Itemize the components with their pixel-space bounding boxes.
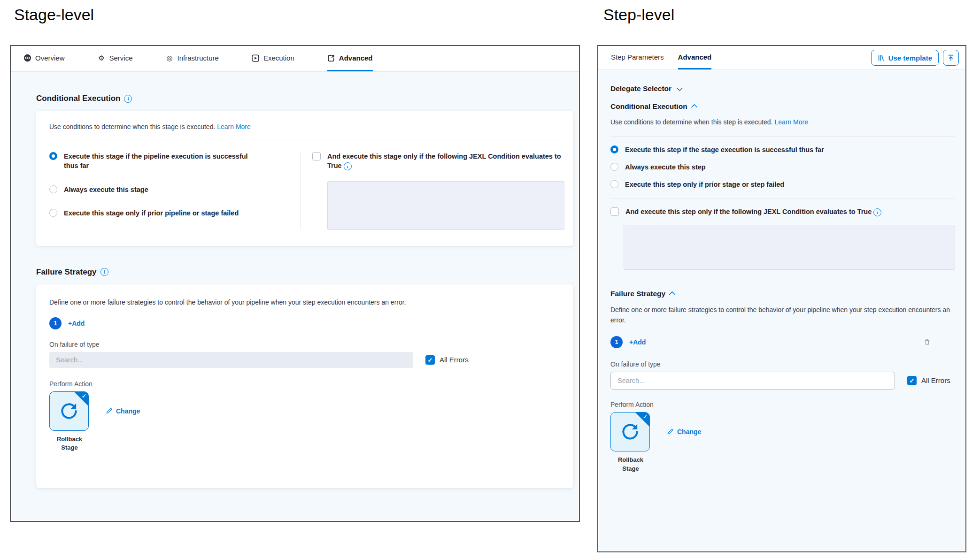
perform-action-row: Change [49,391,560,431]
tab-service[interactable]: ⚙ Service [98,46,133,71]
radio-execute-if-stage-successful[interactable]: Execute this step if the stage execution… [610,145,955,154]
stage-level-title: Stage-level [14,6,94,24]
checkbox-icon [610,207,619,216]
checkmark-icon [82,393,86,399]
conditional-execution-heading: Conditional Execution [36,94,120,103]
checked-checkbox-icon [907,376,917,385]
all-errors-label: All Errors [921,376,950,384]
add-strategy-button[interactable]: +Add [68,320,85,327]
failure-strategy-description: Define one or more failure strategies to… [49,298,560,306]
radio-label: Execute this step if the stage execution… [625,145,824,154]
tab-step-parameters[interactable]: Step Parameters [611,46,664,69]
radio-execute-if-failed[interactable]: Execute this stage only if prior pipelin… [49,208,301,218]
perform-action-label: Perform Action [610,401,955,408]
failure-type-search-input[interactable] [49,352,413,368]
pencil-icon [667,428,674,435]
stage-advanced-content: Conditional Execution Use conditions to … [12,72,578,520]
conditional-execution-card: Use conditions to determine when this st… [36,111,573,246]
tab-label: Overview [35,54,65,62]
failure-strategy-header: Failure Strategy [36,268,573,277]
checkbox-icon [312,152,321,161]
conditional-execution-header: Conditional Execution [36,94,573,103]
tab-overview[interactable]: Overview [23,46,65,71]
description-text: Use conditions to determine when this st… [49,123,215,130]
radio-label: Execute this stage only if prior pipelin… [64,208,239,218]
radio-label: Execute this step only if prior stage or… [625,180,784,189]
change-label: Change [677,428,701,436]
export-arrow-icon [327,54,335,62]
radio-label: Always execute this step [625,162,706,172]
checkmark-icon [643,413,648,420]
failure-strategy-heading: Failure Strategy [610,290,665,298]
radio-icon [610,145,618,153]
conditional-execution-options: Execute this stage if the pipeline execu… [36,140,573,246]
change-action-link[interactable]: Change [667,428,701,436]
radio-icon [610,163,618,171]
radio-execute-if-pipeline-successful[interactable]: Execute this stage if the pipeline execu… [49,152,301,171]
stage-tabbar: Overview ⚙ Service ◎ Infrastructure Exec… [11,46,579,72]
description-text: Use conditions to determine when this st… [610,118,773,126]
perform-action-label: Perform Action [49,380,560,388]
chevron-down-icon [676,85,683,92]
change-label: Change [116,407,140,415]
infrastructure-icon: ◎ [166,54,174,62]
info-icon[interactable] [873,208,881,216]
radio-icon [49,209,57,217]
radio-icon [49,152,57,160]
conditional-execution-heading: Conditional Execution [610,102,687,111]
info-icon[interactable] [100,268,108,276]
radio-execute-if-failed[interactable]: Execute this step only if prior stage or… [610,180,955,189]
tab-actions: Use template [871,46,959,69]
conditional-execution-section[interactable]: Conditional Execution [610,102,955,111]
tab-infrastructure[interactable]: ◎ Infrastructure [166,46,219,71]
conditional-execution-description: Use conditions to determine when this st… [610,117,955,128]
delegate-selector-section[interactable]: Delegate Selector [610,84,955,93]
conditional-execution-description: Use conditions to determine when this st… [36,111,573,140]
learn-more-link[interactable]: Learn More [774,118,808,126]
radio-always-execute[interactable]: Always execute this stage [49,185,301,194]
library-icon [878,54,885,61]
jexl-condition-label: And execute this stage only if the follo… [327,152,566,171]
rollback-stage-tile[interactable] [610,412,650,451]
jexl-condition-textarea[interactable] [624,225,955,270]
tab-execution[interactable]: Execution [252,46,294,71]
failure-strategy-section[interactable]: Failure Strategy [610,290,955,298]
use-template-button[interactable]: Use template [871,50,939,66]
tab-label: Service [109,54,133,62]
rollback-stage-tile[interactable] [49,391,89,431]
all-errors-checkbox-row[interactable]: All Errors [425,355,469,365]
step-tabbar: Step Parameters Advanced Use template [598,46,965,70]
overview-icon [23,54,31,62]
jexl-condition-textarea[interactable] [327,181,564,230]
failure-type-row: All Errors [610,372,955,390]
delete-strategy-button[interactable] [924,338,931,346]
change-action-link[interactable]: Change [106,407,140,415]
jexl-condition-checkbox-row[interactable]: And execute this stage only if the follo… [312,152,566,171]
radio-label: Execute this stage if the pipeline execu… [64,152,252,171]
tab-label: Advanced [339,54,373,62]
tab-advanced[interactable]: Advanced [678,46,712,69]
tab-advanced[interactable]: Advanced [327,46,373,71]
radio-always-execute[interactable]: Always execute this step [610,162,955,172]
on-failure-of-type-label: On failure of type [610,360,955,368]
jexl-condition-checkbox-row[interactable]: And execute this step only if the follow… [610,207,955,216]
pencil-icon [106,407,113,414]
radio-group: Execute this step if the stage execution… [610,145,955,190]
jexl-section: And execute this stage only if the follo… [301,152,566,230]
info-icon[interactable] [124,95,132,103]
step-level-title: Step-level [603,6,674,24]
learn-more-link[interactable]: Learn More [217,123,251,130]
strategy-1-badge[interactable]: 1 [610,336,623,348]
add-strategy-button[interactable]: +Add [629,338,646,346]
step-advanced-content: Delegate Selector Conditional Execution … [599,70,965,550]
failure-strategy-card: Define one or more failure strategies to… [36,284,573,489]
all-errors-checkbox-row[interactable]: All Errors [907,375,950,385]
all-errors-label: All Errors [440,356,469,364]
step-advanced-panel: Step Parameters Advanced Use template De… [597,45,966,552]
failure-strategy-description: Define one or more failure strategies to… [610,305,955,326]
upload-button[interactable] [943,50,959,66]
strategy-1-badge[interactable]: 1 [49,317,62,329]
failure-type-search-input[interactable] [610,372,895,390]
info-icon[interactable] [344,162,352,170]
rollback-stage-caption: Rollback Stage [610,456,651,474]
